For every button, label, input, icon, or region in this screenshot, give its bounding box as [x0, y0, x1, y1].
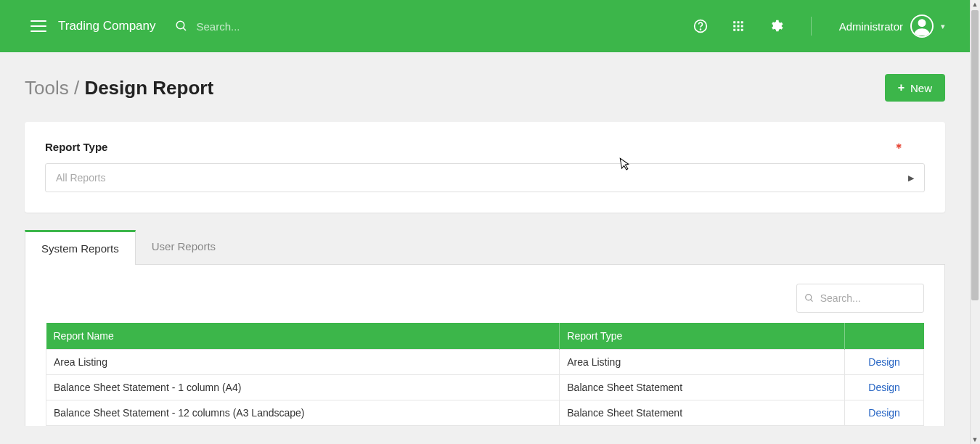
tab-user-reports[interactable]: User Reports [136, 230, 232, 264]
breadcrumb-parent[interactable]: Tools [25, 77, 69, 99]
table-search [796, 284, 924, 313]
svg-rect-9 [740, 25, 743, 28]
avatar [910, 15, 934, 38]
cell-report-type: Balance Sheet Statement [560, 400, 845, 426]
col-actions [845, 323, 924, 350]
report-type-label: Report Type [45, 141, 925, 153]
svg-rect-5 [737, 21, 739, 23]
tab-system-reports[interactable]: System Reports [25, 230, 136, 265]
report-type-select[interactable]: All Reports ▶ [45, 163, 925, 192]
table-row: Area ListingArea ListingDesign [46, 350, 924, 375]
svg-point-13 [918, 19, 926, 27]
cell-report-name: Balance Sheet Statement - 12 columns (A3… [46, 400, 560, 426]
company-name[interactable]: Trading Company [58, 19, 156, 33]
breadcrumb: Tools / Design Report [25, 77, 213, 99]
new-button[interactable]: + New [885, 74, 945, 102]
cell-report-type: Area Listing [560, 350, 845, 375]
global-search [175, 20, 693, 33]
search-icon [804, 292, 814, 304]
col-report-type[interactable]: Report Type [560, 323, 845, 350]
svg-rect-10 [733, 29, 735, 31]
scrollbar[interactable]: ▲ ▼ [970, 0, 980, 444]
search-icon [175, 20, 188, 33]
error-indicator: ✱ [896, 142, 902, 148]
scroll-up-icon[interactable]: ▲ [971, 0, 979, 9]
new-button-label: New [910, 82, 932, 94]
scroll-down-icon[interactable]: ▼ [971, 435, 979, 444]
svg-point-0 [176, 21, 184, 29]
design-link[interactable]: Design [845, 350, 924, 375]
user-menu[interactable]: Administrator ▾ [839, 15, 945, 38]
help-icon[interactable] [693, 19, 708, 33]
user-name-label: Administrator [839, 20, 903, 33]
svg-rect-6 [740, 21, 743, 23]
page-header: Tools / Design Report + New [25, 74, 945, 102]
svg-rect-11 [737, 29, 739, 31]
chevron-down-icon: ▾ [941, 22, 945, 31]
tabs: System Reports User Reports [25, 230, 945, 265]
menu-icon[interactable] [30, 20, 46, 32]
page-title: Design Report [84, 77, 213, 99]
panel-toolbar [46, 284, 924, 313]
tab-panel: Report Name Report Type Area ListingArea… [25, 265, 945, 426]
design-link[interactable]: Design [845, 375, 924, 400]
cell-report-name: Balance Sheet Statement - 1 column (A4) [46, 375, 560, 400]
content-area: Tools / Design Report + New ✱ Report Typ… [0, 52, 970, 426]
breadcrumb-sep: / [69, 77, 85, 99]
svg-point-3 [700, 29, 701, 30]
scrollbar-thumb[interactable] [971, 10, 979, 300]
divider [811, 17, 812, 36]
plus-icon: + [898, 81, 905, 94]
table-header: Report Name Report Type [46, 323, 924, 350]
top-bar: Trading Company [0, 0, 970, 52]
apps-icon[interactable] [731, 19, 746, 33]
svg-point-14 [806, 295, 812, 300]
table-search-input[interactable] [820, 292, 916, 304]
reports-table: Report Name Report Type Area ListingArea… [46, 323, 924, 426]
top-icons: Administrator ▾ [693, 15, 945, 38]
svg-rect-8 [737, 25, 739, 28]
table-row: Balance Sheet Statement - 12 columns (A3… [46, 400, 924, 426]
svg-line-15 [811, 300, 813, 302]
svg-rect-7 [733, 25, 735, 28]
filter-card: ✱ Report Type All Reports ▶ [25, 122, 945, 213]
svg-rect-12 [740, 29, 743, 31]
search-input[interactable] [197, 20, 342, 33]
caret-right-icon: ▶ [908, 173, 914, 183]
cell-report-name: Area Listing [46, 350, 560, 375]
select-placeholder: All Reports [56, 172, 105, 184]
gear-icon[interactable] [769, 19, 783, 33]
svg-rect-4 [733, 21, 735, 23]
svg-line-1 [183, 28, 186, 30]
cell-report-type: Balance Sheet Statement [560, 375, 845, 400]
design-link[interactable]: Design [845, 400, 924, 426]
col-report-name[interactable]: Report Name [46, 323, 560, 350]
table-row: Balance Sheet Statement - 1 column (A4)B… [46, 375, 924, 400]
